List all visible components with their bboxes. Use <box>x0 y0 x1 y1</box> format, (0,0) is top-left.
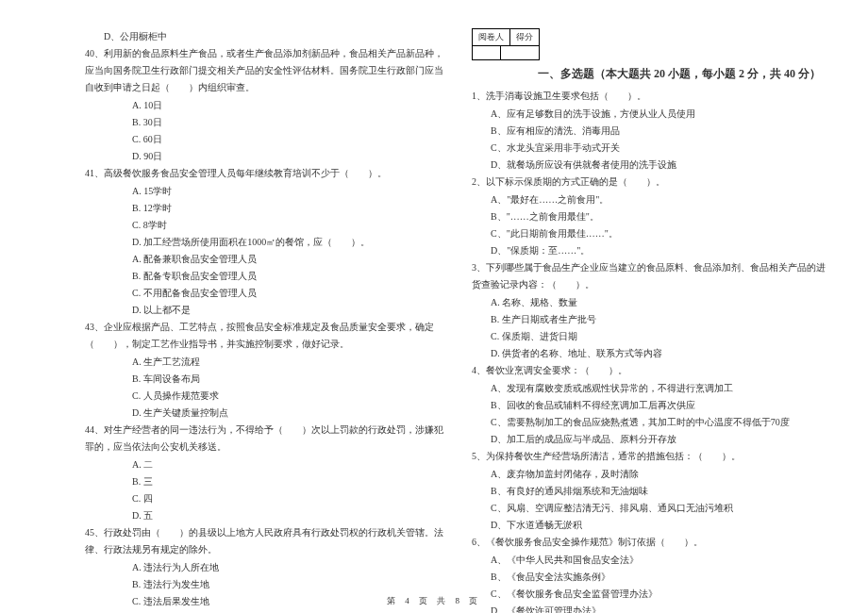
rq4-c: C、需要熟制加工的食品应烧熟煮透，其加工时的中心温度不得低于70度 <box>472 414 830 431</box>
rq5-b: B、有良好的通风排烟系统和无油烟味 <box>472 483 830 500</box>
rq5-stem: 5、为保持餐饮生产经营场所清洁，通常的措施包括：（ ）。 <box>472 448 830 465</box>
rq3-a: A. 名称、规格、数量 <box>472 294 830 311</box>
rq2-d: D、"保质期：至……"。 <box>472 242 830 259</box>
q40-opt-a: A. 10日 <box>85 97 443 114</box>
q39-option-d: D、公用橱柜中 <box>85 28 443 45</box>
score-label-score: 得分 <box>510 29 539 45</box>
q40-opt-c: C. 60日 <box>85 131 443 148</box>
q45-opt-a: A. 违法行为人所在地 <box>85 559 443 576</box>
q43-opt-b: B. 车间设备布局 <box>85 371 443 388</box>
right-column: 阅卷人 得分 一、多选题（本大题共 20 小题，每小题 2 分，共 40 分） … <box>472 28 830 575</box>
q41-opt-b: B. 12学时 <box>85 200 443 217</box>
q44-opt-b: B. 三 <box>85 473 443 490</box>
q42-opt-b: B. 配备专职食品安全管理人员 <box>85 268 443 285</box>
q42-opt-a: A. 配备兼职食品安全管理人员 <box>85 251 443 268</box>
q44-opt-d: D. 五 <box>85 507 443 524</box>
score-label-reviewer: 阅卷人 <box>473 29 510 45</box>
rq2-c: C、"此日期前食用最佳……"。 <box>472 225 830 242</box>
q45-stem: 45、行政处罚由（ ）的县级以上地方人民政府具有行政处罚权的行政机关管辖。法律、… <box>85 524 443 558</box>
q43-stem: 43、企业应根据产品、工艺特点，按照食品安全标准规定及食品质量安全要求，确定（ … <box>85 319 443 353</box>
rq1-d: D、就餐场所应设有供就餐者使用的洗手设施 <box>472 157 830 174</box>
q43-opt-a: A. 生产工艺流程 <box>85 354 443 371</box>
rq5-c: C、风扇、空调应整洁清无污、排风扇、通风口无油污堆积 <box>472 500 830 517</box>
rq3-stem: 3、下列哪些属于食品生产企业应当建立的食品原料、食品添加剂、食品相关产品的进货查… <box>472 259 830 293</box>
rq3-d: D. 供货者的名称、地址、联系方式等内容 <box>472 345 830 362</box>
rq6-b: B、《食品安全法实施条例》 <box>472 569 830 586</box>
score-box: 阅卷人 得分 <box>472 28 540 60</box>
rq1-a: A、应有足够数目的洗手设施，方便从业人员使用 <box>472 106 830 123</box>
q41-opt-c: C. 8学时 <box>85 217 443 234</box>
rq4-stem: 4、餐饮业烹调安全要求：（ ）。 <box>472 362 830 379</box>
q43-opt-c: C. 人员操作规范要求 <box>85 388 443 405</box>
q40-stem: 40、利用新的食品原料生产食品，或者生产食品添加剂新品种，食品相关产品新品种，应… <box>85 45 443 96</box>
rq5-a: A、废弃物加盖封闭储存，及时清除 <box>472 466 830 483</box>
two-column-layout: D、公用橱柜中 40、利用新的食品原料生产食品，或者生产食品添加剂新品种，食品相… <box>85 28 830 575</box>
q44-opt-c: C. 四 <box>85 490 443 507</box>
rq3-b: B. 生产日期或者生产批号 <box>472 311 830 328</box>
q41-opt-a: A. 15学时 <box>85 183 443 200</box>
rq4-d: D、加工后的成品应与半成品、原料分开存放 <box>472 431 830 448</box>
q42-opt-d: D. 以上都不是 <box>85 302 443 319</box>
rq2-a: A、"最好在……之前食用"。 <box>472 191 830 208</box>
page-footer: 第 4 页 共 8 页 <box>0 595 868 607</box>
rq1-b: B、应有相应的清洗、消毒用品 <box>472 123 830 140</box>
section-title: 一、多选题（本大题共 20 小题，每小题 2 分，共 40 分） <box>538 66 830 82</box>
q43-opt-d: D. 生产关键质量控制点 <box>85 405 443 422</box>
rq6-a: A、《中华人民共和国食品安全法》 <box>472 552 830 569</box>
q40-opt-d: D. 90日 <box>85 148 443 165</box>
rq1-stem: 1、洗手消毒设施卫生要求包括（ ）。 <box>472 88 830 105</box>
q45-opt-b: B. 违法行为发生地 <box>85 576 443 593</box>
rq6-stem: 6、《餐饮服务食品安全操作规范》制订依据（ ）。 <box>472 534 830 551</box>
q44-stem: 44、对生产经营者的同一违法行为，不得给予（ ）次以上罚款的行政处罚，涉嫌犯罪的… <box>85 422 443 456</box>
rq5-d: D、下水道通畅无淤积 <box>472 517 830 534</box>
rq2-b: B、"……之前食用最佳"。 <box>472 208 830 225</box>
rq4-b: B、回收的食品或辅料不得经烹调加工后再次供应 <box>472 397 830 414</box>
left-column: D、公用橱柜中 40、利用新的食品原料生产食品，或者生产食品添加剂新品种，食品相… <box>85 28 443 575</box>
q41-stem: 41、高级餐饮服务食品安全管理人员每年继续教育培训不少于（ ）。 <box>85 165 443 182</box>
q40-opt-b: B. 30日 <box>85 114 443 131</box>
rq4-a: A、发现有腐败变质或感观性状异常的，不得进行烹调加工 <box>472 380 830 397</box>
score-blank-2 <box>501 46 529 59</box>
rq1-c: C、水龙头宜采用非手动式开关 <box>472 140 830 157</box>
q42-stem: D. 加工经营场所使用面积在1000㎡的餐馆，应（ ）。 <box>85 234 443 251</box>
rq3-c: C. 保质期、进货日期 <box>472 328 830 345</box>
score-blank-1 <box>473 46 501 59</box>
q44-opt-a: A. 二 <box>85 456 443 473</box>
q42-opt-c: C. 不用配备食品安全管理人员 <box>85 285 443 302</box>
rq2-stem: 2、以下标示保质期的方式正确的是（ ）。 <box>472 174 830 191</box>
